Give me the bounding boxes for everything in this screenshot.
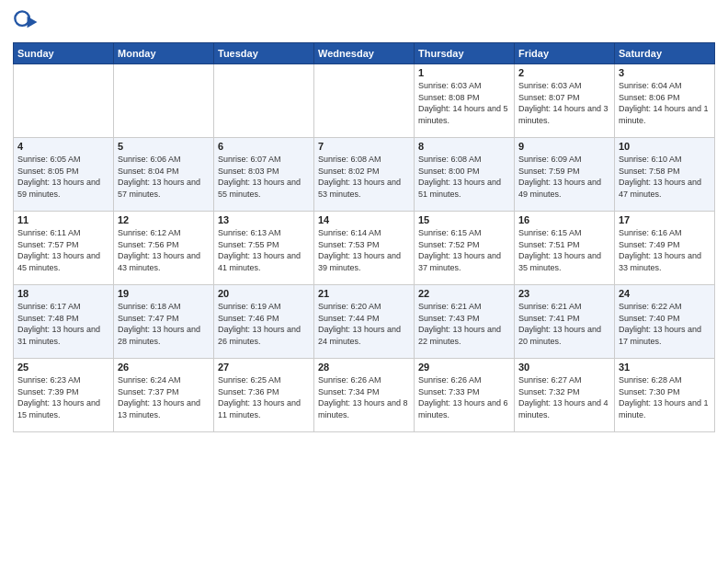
calendar-week-row: 25Sunrise: 6:23 AMSunset: 7:39 PMDayligh…: [14, 359, 715, 432]
day-detail: Sunrise: 6:15 AMSunset: 7:52 PMDaylight:…: [418, 227, 510, 273]
calendar-cell: [114, 64, 214, 138]
calendar-cell: 20Sunrise: 6:19 AMSunset: 7:46 PMDayligh…: [214, 285, 314, 359]
day-number: 15: [418, 214, 510, 225]
logo: [13, 9, 42, 35]
calendar-cell: 6Sunrise: 6:07 AMSunset: 8:03 PMDaylight…: [214, 138, 314, 212]
day-detail: Sunrise: 6:21 AMSunset: 7:43 PMDaylight:…: [418, 301, 510, 347]
calendar-cell: 5Sunrise: 6:06 AMSunset: 8:04 PMDaylight…: [114, 138, 214, 212]
day-detail: Sunrise: 6:12 AMSunset: 7:56 PMDaylight:…: [118, 227, 210, 273]
day-number: 16: [518, 214, 610, 225]
logo-icon: [13, 9, 39, 35]
day-number: 3: [619, 67, 711, 78]
day-number: 28: [318, 362, 410, 373]
calendar-cell: 9Sunrise: 6:09 AMSunset: 7:59 PMDaylight…: [515, 138, 615, 212]
calendar-week-row: 18Sunrise: 6:17 AMSunset: 7:48 PMDayligh…: [14, 285, 715, 359]
calendar-cell: 30Sunrise: 6:27 AMSunset: 7:32 PMDayligh…: [515, 359, 615, 432]
day-number: 8: [418, 141, 510, 152]
day-number: 12: [118, 214, 210, 225]
calendar-cell: 16Sunrise: 6:15 AMSunset: 7:51 PMDayligh…: [515, 212, 615, 285]
calendar-cell: 31Sunrise: 6:28 AMSunset: 7:30 PMDayligh…: [615, 359, 715, 432]
day-number: 11: [17, 214, 109, 225]
day-detail: Sunrise: 6:18 AMSunset: 7:47 PMDaylight:…: [118, 301, 210, 347]
column-header-sunday: Sunday: [14, 43, 114, 64]
calendar-cell: 3Sunrise: 6:04 AMSunset: 8:06 PMDaylight…: [615, 64, 715, 138]
calendar-cell: 26Sunrise: 6:24 AMSunset: 7:37 PMDayligh…: [114, 359, 214, 432]
day-number: 25: [17, 362, 109, 373]
day-detail: Sunrise: 6:27 AMSunset: 7:32 PMDaylight:…: [518, 374, 610, 420]
calendar-cell: 13Sunrise: 6:13 AMSunset: 7:55 PMDayligh…: [214, 212, 314, 285]
day-number: 26: [118, 362, 210, 373]
day-detail: Sunrise: 6:03 AMSunset: 8:07 PMDaylight:…: [518, 80, 610, 126]
calendar-cell: [14, 64, 114, 138]
calendar-cell: 18Sunrise: 6:17 AMSunset: 7:48 PMDayligh…: [14, 285, 114, 359]
page-header: [13, 9, 715, 35]
calendar-cell: 15Sunrise: 6:15 AMSunset: 7:52 PMDayligh…: [415, 212, 515, 285]
day-number: 30: [518, 362, 610, 373]
column-header-wednesday: Wednesday: [314, 43, 415, 64]
day-number: 27: [218, 362, 310, 373]
day-detail: Sunrise: 6:11 AMSunset: 7:57 PMDaylight:…: [17, 227, 109, 273]
day-detail: Sunrise: 6:08 AMSunset: 8:02 PMDaylight:…: [318, 154, 410, 200]
calendar-cell: 22Sunrise: 6:21 AMSunset: 7:43 PMDayligh…: [415, 285, 515, 359]
day-number: 21: [318, 288, 410, 299]
day-number: 31: [619, 362, 711, 373]
calendar-cell: 21Sunrise: 6:20 AMSunset: 7:44 PMDayligh…: [314, 285, 415, 359]
day-detail: Sunrise: 6:05 AMSunset: 8:05 PMDaylight:…: [17, 154, 109, 200]
day-detail: Sunrise: 6:22 AMSunset: 7:40 PMDaylight:…: [619, 301, 711, 347]
day-detail: Sunrise: 6:20 AMSunset: 7:44 PMDaylight:…: [318, 301, 410, 347]
calendar-header-row: SundayMondayTuesdayWednesdayThursdayFrid…: [14, 43, 715, 64]
calendar-cell: 19Sunrise: 6:18 AMSunset: 7:47 PMDayligh…: [114, 285, 214, 359]
day-number: 22: [418, 288, 510, 299]
calendar-cell: 25Sunrise: 6:23 AMSunset: 7:39 PMDayligh…: [14, 359, 114, 432]
column-header-thursday: Thursday: [415, 43, 515, 64]
day-number: 24: [619, 288, 711, 299]
day-detail: Sunrise: 6:17 AMSunset: 7:48 PMDaylight:…: [17, 301, 109, 347]
day-number: 7: [318, 141, 410, 152]
day-number: 10: [619, 141, 711, 152]
day-detail: Sunrise: 6:24 AMSunset: 7:37 PMDaylight:…: [118, 374, 210, 420]
day-detail: Sunrise: 6:03 AMSunset: 8:08 PMDaylight:…: [418, 80, 510, 126]
calendar-cell: 1Sunrise: 6:03 AMSunset: 8:08 PMDaylight…: [415, 64, 515, 138]
column-header-monday: Monday: [114, 43, 214, 64]
calendar-cell: 27Sunrise: 6:25 AMSunset: 7:36 PMDayligh…: [214, 359, 314, 432]
page-container: SundayMondayTuesdayWednesdayThursdayFrid…: [0, 0, 728, 442]
calendar-week-row: 4Sunrise: 6:05 AMSunset: 8:05 PMDaylight…: [14, 138, 715, 212]
day-number: 2: [518, 67, 610, 78]
day-number: 13: [218, 214, 310, 225]
day-number: 17: [619, 214, 711, 225]
calendar-cell: 23Sunrise: 6:21 AMSunset: 7:41 PMDayligh…: [515, 285, 615, 359]
day-detail: Sunrise: 6:09 AMSunset: 7:59 PMDaylight:…: [518, 154, 610, 200]
day-detail: Sunrise: 6:10 AMSunset: 7:58 PMDaylight:…: [619, 154, 711, 200]
day-detail: Sunrise: 6:08 AMSunset: 8:00 PMDaylight:…: [418, 154, 510, 200]
day-detail: Sunrise: 6:15 AMSunset: 7:51 PMDaylight:…: [518, 227, 610, 273]
day-number: 5: [118, 141, 210, 152]
column-header-tuesday: Tuesday: [214, 43, 314, 64]
calendar-week-row: 1Sunrise: 6:03 AMSunset: 8:08 PMDaylight…: [14, 64, 715, 138]
day-detail: Sunrise: 6:25 AMSunset: 7:36 PMDaylight:…: [218, 374, 310, 420]
calendar-cell: 29Sunrise: 6:26 AMSunset: 7:33 PMDayligh…: [415, 359, 515, 432]
calendar-cell: 14Sunrise: 6:14 AMSunset: 7:53 PMDayligh…: [314, 212, 415, 285]
calendar-cell: 8Sunrise: 6:08 AMSunset: 8:00 PMDaylight…: [415, 138, 515, 212]
day-detail: Sunrise: 6:23 AMSunset: 7:39 PMDaylight:…: [17, 374, 109, 420]
day-detail: Sunrise: 6:26 AMSunset: 7:33 PMDaylight:…: [418, 374, 510, 420]
day-number: 23: [518, 288, 610, 299]
day-number: 14: [318, 214, 410, 225]
calendar-cell: 24Sunrise: 6:22 AMSunset: 7:40 PMDayligh…: [615, 285, 715, 359]
day-number: 4: [17, 141, 109, 152]
svg-marker-1: [28, 17, 38, 28]
calendar-cell: 2Sunrise: 6:03 AMSunset: 8:07 PMDaylight…: [515, 64, 615, 138]
day-detail: Sunrise: 6:13 AMSunset: 7:55 PMDaylight:…: [218, 227, 310, 273]
calendar-cell: [314, 64, 415, 138]
day-detail: Sunrise: 6:06 AMSunset: 8:04 PMDaylight:…: [118, 154, 210, 200]
day-number: 6: [218, 141, 310, 152]
day-number: 18: [17, 288, 109, 299]
day-detail: Sunrise: 6:28 AMSunset: 7:30 PMDaylight:…: [619, 374, 711, 420]
day-detail: Sunrise: 6:04 AMSunset: 8:06 PMDaylight:…: [619, 80, 711, 126]
day-number: 20: [218, 288, 310, 299]
calendar-cell: 11Sunrise: 6:11 AMSunset: 7:57 PMDayligh…: [14, 212, 114, 285]
calendar-cell: 10Sunrise: 6:10 AMSunset: 7:58 PMDayligh…: [615, 138, 715, 212]
calendar-cell: 28Sunrise: 6:26 AMSunset: 7:34 PMDayligh…: [314, 359, 415, 432]
day-number: 19: [118, 288, 210, 299]
day-number: 9: [518, 141, 610, 152]
calendar-cell: 17Sunrise: 6:16 AMSunset: 7:49 PMDayligh…: [615, 212, 715, 285]
